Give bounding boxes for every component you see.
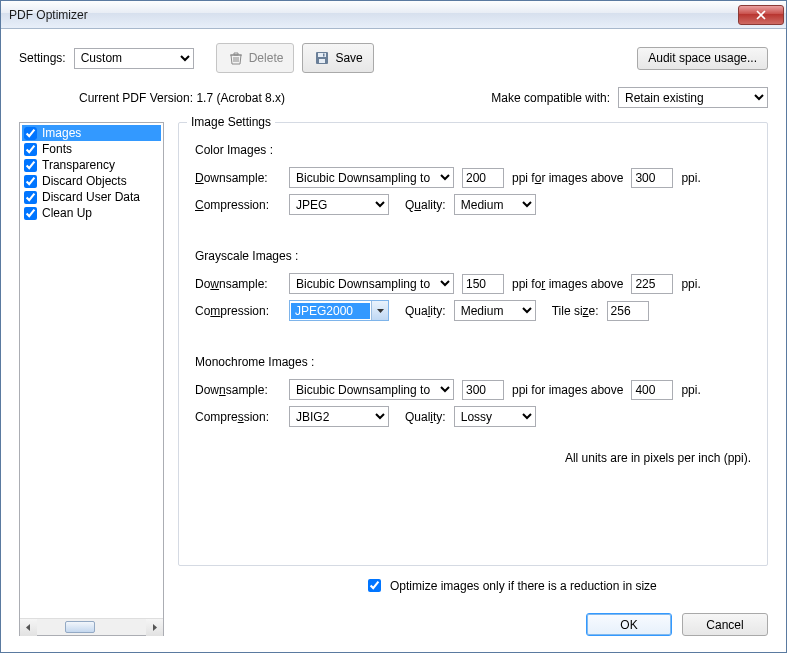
cancel-button[interactable]: Cancel [682,613,768,636]
color-images-title: Color Images : [195,143,751,157]
mono-compression-select[interactable]: JBIG2 [289,406,389,427]
gray-compression-select[interactable]: JPEG2000 [289,300,389,321]
settings-label: Settings: [19,51,66,65]
settings-select[interactable]: Custom [74,48,194,69]
color-downsample-method[interactable]: Bicubic Downsampling to [289,167,454,188]
optimize-checkbox[interactable] [368,579,381,592]
gray-quality-label: Quality: [405,304,446,318]
sidebar-item-images[interactable]: Images [22,125,161,141]
sidebar-checkbox[interactable] [24,143,37,156]
mono-compression-label: Compression: [195,410,281,424]
mono-quality-label: Quality: [405,410,446,424]
sidebar-checkbox[interactable] [24,191,37,204]
floppy-icon [313,49,331,67]
mono-above-input[interactable] [631,380,673,400]
save-button[interactable]: Save [302,43,373,73]
svg-rect-3 [323,54,325,57]
mono-downsample-label: Downsample: [195,383,281,397]
color-ppi-input[interactable] [462,168,504,188]
sidebar-item-label: Discard User Data [42,190,140,204]
scroll-thumb[interactable] [65,621,95,633]
compat-label: Make compatible with: [491,91,610,105]
sidebar-item-label: Fonts [42,142,72,156]
delete-label: Delete [249,51,284,65]
gray-downsample-label: Downsample: [195,277,281,291]
chevron-down-icon [371,301,388,320]
close-button[interactable] [738,5,784,25]
gray-above-input[interactable] [631,274,673,294]
sidebar-item-label: Images [42,126,81,140]
close-icon [756,10,766,20]
horizontal-scrollbar[interactable] [20,618,163,635]
sidebar-item-label: Transparency [42,158,115,172]
image-settings-group: Image Settings Color Images : Downsample… [178,122,768,566]
category-list: ImagesFontsTransparencyDiscard ObjectsDi… [19,122,164,636]
titlebar: PDF Optimizer [1,1,786,29]
gray-above-label: ppi for images above [512,277,623,291]
gray-tile-label: Tile size: [552,304,599,318]
sidebar-item-discard-user-data[interactable]: Discard User Data [22,189,161,205]
sidebar-item-fonts[interactable]: Fonts [22,141,161,157]
ok-button[interactable]: OK [586,613,672,636]
gray-downsample-method[interactable]: Bicubic Downsampling to [289,273,454,294]
gray-quality-select[interactable]: Medium [454,300,536,321]
svg-rect-1 [318,53,326,57]
color-above-label: ppi for images above [512,171,623,185]
gray-images-title: Grayscale Images : [195,249,751,263]
mono-images-title: Monochrome Images : [195,355,751,369]
save-label: Save [335,51,362,65]
sidebar-item-label: Discard Objects [42,174,127,188]
delete-button[interactable]: Delete [216,43,295,73]
scroll-left-arrow[interactable] [20,619,37,636]
color-quality-label: Quality: [405,198,446,212]
sidebar-checkbox[interactable] [24,207,37,220]
window-title: PDF Optimizer [9,8,738,22]
scroll-track[interactable] [37,619,146,635]
units-note: All units are in pixels per inch (ppi). [195,451,751,465]
sidebar-item-discard-objects[interactable]: Discard Objects [22,173,161,189]
optimize-label: Optimize images only if there is a reduc… [390,579,657,593]
mono-above-label: ppi for images above [512,383,623,397]
sidebar-checkbox[interactable] [24,127,37,140]
gray-tile-input[interactable] [607,301,649,321]
sidebar-item-transparency[interactable]: Transparency [22,157,161,173]
pdf-optimizer-dialog: PDF Optimizer Settings: Custom Delete Sa… [0,0,787,653]
sidebar-item-clean-up[interactable]: Clean Up [22,205,161,221]
color-above-input[interactable] [631,168,673,188]
color-compression-label: Compression: [195,198,281,212]
gray-ppi-input[interactable] [462,274,504,294]
mono-ppi-input[interactable] [462,380,504,400]
svg-rect-2 [319,59,325,63]
mono-downsample-method[interactable]: Bicubic Downsampling to [289,379,454,400]
pdf-version-label: Current PDF Version: 1.7 (Acrobat 8.x) [79,91,285,105]
color-downsample-label: Downsample: [195,171,281,185]
group-legend: Image Settings [187,115,275,129]
scroll-right-arrow[interactable] [146,619,163,636]
sidebar-checkbox[interactable] [24,159,37,172]
trash-icon [227,49,245,67]
sidebar-item-label: Clean Up [42,206,92,220]
mono-quality-select[interactable]: Lossy [454,406,536,427]
compat-select[interactable]: Retain existing [618,87,768,108]
gray-compression-label: Compression: [195,304,281,318]
audit-button[interactable]: Audit space usage... [637,47,768,70]
color-quality-select[interactable]: Medium [454,194,536,215]
color-compression-select[interactable]: JPEG [289,194,389,215]
sidebar-checkbox[interactable] [24,175,37,188]
